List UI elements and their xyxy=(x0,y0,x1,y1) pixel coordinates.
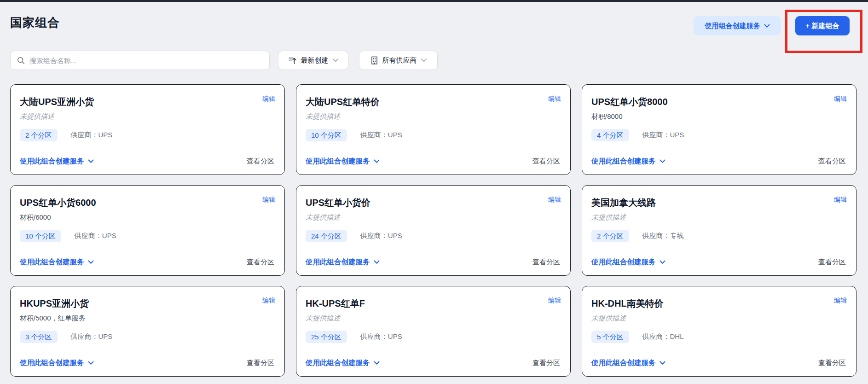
combination-card: 编辑 HKUPS亚洲小货 材积/5000，红单服务 3 个分区 供应商：UPS … xyxy=(10,286,285,377)
use-combination-button[interactable]: 使用此组合创建服务 xyxy=(591,257,665,267)
chevron-down-icon xyxy=(88,260,94,264)
use-combination-button[interactable]: 使用此组合创建服务 xyxy=(20,157,94,166)
edit-button[interactable]: 编辑 xyxy=(262,297,275,305)
use-combination-label: 使用此组合创建服务 xyxy=(306,257,370,267)
chevron-down-icon xyxy=(88,159,94,163)
create-service-from-combination-button[interactable]: 使用组合创建服务 xyxy=(694,16,781,35)
use-combination-button[interactable]: 使用此组合创建服务 xyxy=(306,257,380,267)
chevron-down-icon xyxy=(374,159,380,163)
card-meta-row: 4 个分区 供应商：UPS xyxy=(591,129,846,141)
chevron-down-icon xyxy=(333,58,338,62)
chevron-down-icon xyxy=(374,260,380,264)
supplier-label: 供应商：DHL xyxy=(642,332,684,341)
search-input[interactable] xyxy=(29,57,263,64)
card-description: 材积/5000，红单服务 xyxy=(20,314,274,323)
new-combination-button[interactable]: + 新建组合 xyxy=(795,16,850,35)
chevron-down-icon xyxy=(660,159,665,163)
view-partitions-button[interactable]: 查看分区 xyxy=(247,157,274,166)
card-description: 未提供描述 xyxy=(591,213,846,222)
use-combination-button[interactable]: 使用此组合创建服务 xyxy=(20,358,94,368)
sort-ascending-icon xyxy=(289,57,297,64)
card-title: UPS红单小货价 xyxy=(306,197,560,208)
use-combination-label: 使用此组合创建服务 xyxy=(20,157,84,166)
supplier-label: 供应商：UPS xyxy=(360,131,402,140)
card-description: 未提供描述 xyxy=(306,314,560,323)
edit-button[interactable]: 编辑 xyxy=(548,297,561,305)
use-combination-button[interactable]: 使用此组合创建服务 xyxy=(306,157,380,166)
supplier-label: 供应商：UPS xyxy=(71,131,113,140)
view-partitions-button[interactable]: 查看分区 xyxy=(247,359,274,367)
view-partitions-button[interactable]: 查看分区 xyxy=(532,157,560,166)
edit-button[interactable]: 编辑 xyxy=(548,196,561,204)
combination-card-grid: 编辑 大陆UPS亚洲小货 未提供描述 2 个分区 供应商：UPS 使用此组合创建… xyxy=(10,84,857,377)
use-combination-label: 使用此组合创建服务 xyxy=(20,358,84,368)
card-meta-row: 10 个分区 供应商：UPS xyxy=(20,230,274,242)
card-meta-row: 3 个分区 供应商：UPS xyxy=(20,331,274,343)
card-meta-row: 24 个分区 供应商：UPS xyxy=(306,230,560,242)
view-partitions-button[interactable]: 查看分区 xyxy=(532,258,560,267)
card-description: 材积/6000 xyxy=(20,213,274,222)
card-footer: 使用此组合创建服务 查看分区 xyxy=(306,157,560,166)
edit-button[interactable]: 编辑 xyxy=(262,196,275,204)
chevron-down-icon xyxy=(421,58,427,62)
use-combination-label: 使用此组合创建服务 xyxy=(306,157,370,166)
view-partitions-button[interactable]: 查看分区 xyxy=(818,258,846,267)
card-footer: 使用此组合创建服务 查看分区 xyxy=(20,157,274,166)
combination-card: 编辑 大陆UPS红单特价 未提供描述 10 个分区 供应商：UPS 使用此组合创… xyxy=(296,84,571,175)
combination-card: 编辑 美国加拿大线路 未提供描述 2 个分区 供应商：专线 使用此组合创建服务 … xyxy=(582,185,856,276)
use-combination-button[interactable]: 使用此组合创建服务 xyxy=(306,358,380,368)
partitions-badge: 10 个分区 xyxy=(20,230,61,242)
supplier-filter-dropdown[interactable]: 所有供应商 xyxy=(359,51,438,70)
card-description: 未提供描述 xyxy=(306,112,560,121)
view-partitions-button[interactable]: 查看分区 xyxy=(532,359,560,367)
partitions-badge: 2 个分区 xyxy=(591,230,629,242)
card-title: 大陆UPS亚洲小货 xyxy=(20,96,274,107)
card-meta-row: 2 个分区 供应商：专线 xyxy=(591,230,846,242)
edit-button[interactable]: 编辑 xyxy=(548,95,561,103)
search-icon xyxy=(17,57,25,64)
create-service-from-combination-label: 使用组合创建服务 xyxy=(705,22,760,30)
page-title: 国家组合 xyxy=(10,15,60,31)
card-meta-row: 5 个分区 供应商：DHL xyxy=(591,331,846,343)
supplier-filter-label: 所有供应商 xyxy=(382,56,417,65)
card-title: UPS红单小货8000 xyxy=(591,96,846,107)
sort-dropdown[interactable]: 最新创建 xyxy=(278,51,348,70)
combination-card: 编辑 UPS红单小货价 未提供描述 24 个分区 供应商：UPS 使用此组合创建… xyxy=(296,185,571,276)
card-title: UPS红单小货6000 xyxy=(20,197,274,208)
card-footer: 使用此组合创建服务 查看分区 xyxy=(591,358,846,368)
use-combination-label: 使用此组合创建服务 xyxy=(591,257,656,267)
view-partitions-button[interactable]: 查看分区 xyxy=(247,258,274,267)
partitions-badge: 5 个分区 xyxy=(591,331,629,343)
edit-button[interactable]: 编辑 xyxy=(834,95,847,103)
combination-card: 编辑 HK-DHL南美特价 未提供描述 5 个分区 供应商：DHL 使用此组合创… xyxy=(582,286,856,377)
use-combination-button[interactable]: 使用此组合创建服务 xyxy=(20,257,94,267)
partitions-badge: 4 个分区 xyxy=(591,129,629,141)
partitions-badge: 24 个分区 xyxy=(306,230,347,242)
use-combination-button[interactable]: 使用此组合创建服务 xyxy=(591,358,665,368)
supplier-label: 供应商：专线 xyxy=(642,232,684,240)
view-partitions-button[interactable]: 查看分区 xyxy=(818,359,846,367)
chevron-down-icon xyxy=(660,361,665,365)
edit-button[interactable]: 编辑 xyxy=(834,297,847,305)
edit-button[interactable]: 编辑 xyxy=(834,196,847,204)
card-description: 材积/8000 xyxy=(591,112,846,121)
search-box xyxy=(10,51,270,70)
building-icon xyxy=(370,56,378,64)
partitions-badge: 10 个分区 xyxy=(306,129,347,141)
use-combination-button[interactable]: 使用此组合创建服务 xyxy=(591,157,665,166)
card-footer: 使用此组合创建服务 查看分区 xyxy=(306,358,560,368)
supplier-label: 供应商：UPS xyxy=(71,332,113,341)
use-combination-label: 使用此组合创建服务 xyxy=(20,257,84,267)
card-title: 大陆UPS红单特价 xyxy=(306,96,560,107)
card-title: HK-UPS红单F xyxy=(306,298,560,309)
supplier-label: 供应商：UPS xyxy=(75,232,116,240)
edit-button[interactable]: 编辑 xyxy=(262,95,275,103)
use-combination-label: 使用此组合创建服务 xyxy=(591,157,656,166)
combination-card: 编辑 大陆UPS亚洲小货 未提供描述 2 个分区 供应商：UPS 使用此组合创建… xyxy=(10,84,285,175)
use-combination-label: 使用此组合创建服务 xyxy=(306,358,370,368)
card-title: HK-DHL南美特价 xyxy=(591,298,846,309)
supplier-label: 供应商：UPS xyxy=(360,232,402,240)
chevron-down-icon xyxy=(88,361,94,365)
sort-selected-label: 最新创建 xyxy=(301,56,329,65)
view-partitions-button[interactable]: 查看分区 xyxy=(818,157,846,166)
